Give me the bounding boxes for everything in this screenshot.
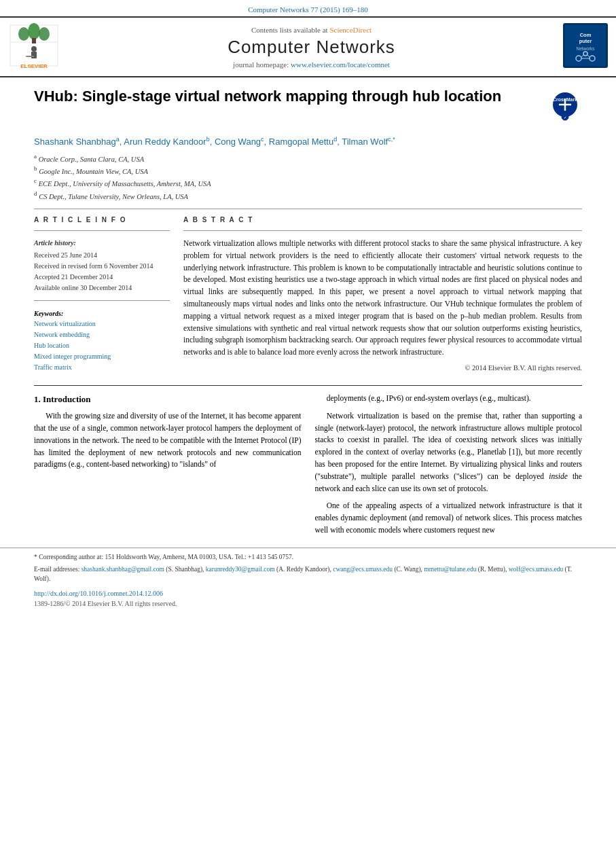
corresponding-text: * Corresponding author at: 151 Holdswort… <box>34 554 293 560</box>
history-label: Article history: <box>34 238 170 249</box>
author-wang: Cong Wang <box>215 137 261 147</box>
intro-para3: Network virtualization is based on the p… <box>315 410 583 495</box>
email-shanbhag[interactable]: shashank.shanbhag@gmail.com <box>81 566 164 573</box>
svg-rect-7 <box>31 52 37 58</box>
svg-point-2 <box>18 27 29 41</box>
email-kandoor[interactable]: karunreddy30@gmail.com <box>206 566 275 573</box>
affil-a: a Oracle Corp., Santa Clara, CA, USA <box>34 152 582 164</box>
history-revised: Received in revised form 6 November 2014 <box>34 261 170 272</box>
divider-kw <box>34 300 170 301</box>
article-info-abstract: A R T I C L E I N F O Article history: R… <box>34 216 582 373</box>
issn-text: 1389-1286/© 2014 Elsevier B.V. All right… <box>34 600 177 607</box>
affil-d: d CS Dept., Tulane University, New Orlea… <box>34 190 582 202</box>
svg-point-6 <box>31 46 37 52</box>
divider-1 <box>34 209 582 209</box>
paper-title-area: VHub: Single-stage virtual network mappi… <box>34 87 582 129</box>
keywords-section: Keywords: Network virtualization Network… <box>34 300 170 373</box>
sciencedirect-link[interactable]: ScienceDirect <box>329 26 372 34</box>
issn-line: 1389-1286/© 2014 Elsevier B.V. All right… <box>0 600 616 613</box>
kw-4: Mixed integer programming <box>34 351 170 362</box>
history-online: Available online 30 December 2014 <box>34 283 170 293</box>
abstract-text: Network virtualization allows multiple n… <box>183 238 582 359</box>
author-kandoor: Arun Reddy Kandoor <box>124 137 206 147</box>
journal-homepage: journal homepage: www.elsevier.com/locat… <box>68 60 555 69</box>
svg-point-4 <box>39 27 50 41</box>
body-left-col: 1. Introduction With the growing size an… <box>34 393 302 542</box>
svg-text:ELSEVIER: ELSEVIER <box>20 63 48 69</box>
kw-2: Network embedding <box>34 329 170 340</box>
doi-url[interactable]: http://dx.doi.org/10.1016/j.comnet.2014.… <box>34 590 163 597</box>
footnote-area: * Corresponding author at: 151 Holdswort… <box>0 548 616 587</box>
affiliations: a Oracle Corp., Santa Clara, CA, USA b G… <box>34 152 582 202</box>
paper-title-text: VHub: Single-stage virtual network mappi… <box>34 87 541 107</box>
citation-bar: Computer Networks 77 (2015) 169–180 <box>0 0 616 16</box>
crossmark-logo: CrossMark ✓ <box>548 90 582 129</box>
article-info-label: A R T I C L E I N F O <box>34 216 170 223</box>
intro-section: 1. Introduction With the growing size an… <box>0 378 616 542</box>
kw-1: Network virtualization <box>34 319 170 329</box>
elsevier-logo: ELSEVIER <box>7 22 61 72</box>
svg-text:Networks: Networks <box>576 46 595 51</box>
abstract-label: A B S T R A C T <box>183 216 582 223</box>
svg-text:✓: ✓ <box>564 115 566 120</box>
email-footnote: E-mail addresses: shashank.shanbhag@gmai… <box>34 565 582 584</box>
divider-info <box>34 230 170 231</box>
svg-text:Com: Com <box>580 32 592 38</box>
svg-rect-8 <box>26 56 34 57</box>
history-received: Received 25 June 2014 <box>34 250 170 261</box>
citation-text: Computer Networks 77 (2015) 169–180 <box>248 5 368 14</box>
email-label: E-mail addresses: <box>34 566 79 573</box>
doi-line: http://dx.doi.org/10.1016/j.comnet.2014.… <box>0 587 616 600</box>
intro-divider <box>34 385 582 386</box>
svg-rect-11 <box>565 25 606 66</box>
homepage-url[interactable]: www.elsevier.com/locate/comnet <box>291 60 390 69</box>
article-info-col: A R T I C L E I N F O Article history: R… <box>34 216 170 373</box>
intro-para4: One of the appealing aspects of a virtua… <box>315 500 583 536</box>
journal-header: ELSEVIER Contents lists available at Sci… <box>0 16 616 77</box>
copyright-line: © 2014 Elsevier B.V. All rights reserved… <box>183 364 582 372</box>
keywords-label: Keywords: <box>34 310 63 317</box>
author-wolf: Tilman Wolf <box>342 137 388 147</box>
email-wolf[interactable]: wolf@ecs.umass.edu <box>509 566 564 573</box>
kw-3: Hub location <box>34 340 170 351</box>
journal-title: Computer Networks <box>68 37 555 58</box>
svg-point-3 <box>28 23 40 39</box>
authors-line: Shashank Shanbhaga, Arun Reddy Kandoorb,… <box>34 136 582 147</box>
journal-center: Contents lists available at ScienceDirec… <box>68 26 555 69</box>
intro-para2: deployments (e.g., IPv6) or end-system o… <box>315 393 583 405</box>
body-columns: 1. Introduction With the growing size an… <box>34 393 582 542</box>
contents-line: Contents lists available at ScienceDirec… <box>68 26 555 34</box>
affil-b: b Google Inc., Mountain View, CA, USA <box>34 164 582 177</box>
intro-para1: With the growing size and diversity of u… <box>34 410 302 471</box>
email-wang[interactable]: cwang@ecs.umass.edu <box>333 566 393 573</box>
paper-section: VHub: Single-stage virtual network mappi… <box>0 77 616 378</box>
email-addresses: shashank.shanbhag@gmail.com (S. Shanbhag… <box>34 566 572 582</box>
kw-5: Traffic matrix <box>34 362 170 373</box>
divider-abstract <box>183 230 582 231</box>
email-mettu[interactable]: mmettu@tulane.edu <box>424 566 476 573</box>
author-shanbhag: Shashank Shanbhag <box>34 137 116 147</box>
svg-text:puter: puter <box>579 38 592 44</box>
affil-c: c ECE Dept., University of Massachusetts… <box>34 177 582 189</box>
abstract-col: A B S T R A C T Network virtualization a… <box>183 216 582 373</box>
svg-rect-5 <box>32 38 36 43</box>
history-accepted: Accepted 21 December 2014 <box>34 272 170 283</box>
intro-heading: 1. Introduction <box>34 393 302 406</box>
author-mettu: Ramgopal Mettu <box>269 137 333 147</box>
body-right-col: deployments (e.g., IPv6) or end-system o… <box>315 393 583 542</box>
journal-logo-right: Com puter Networks <box>562 22 609 72</box>
corresponding-footnote: * Corresponding author at: 151 Holdswort… <box>34 552 582 562</box>
article-history: Article history: Received 25 June 2014 R… <box>34 238 170 293</box>
